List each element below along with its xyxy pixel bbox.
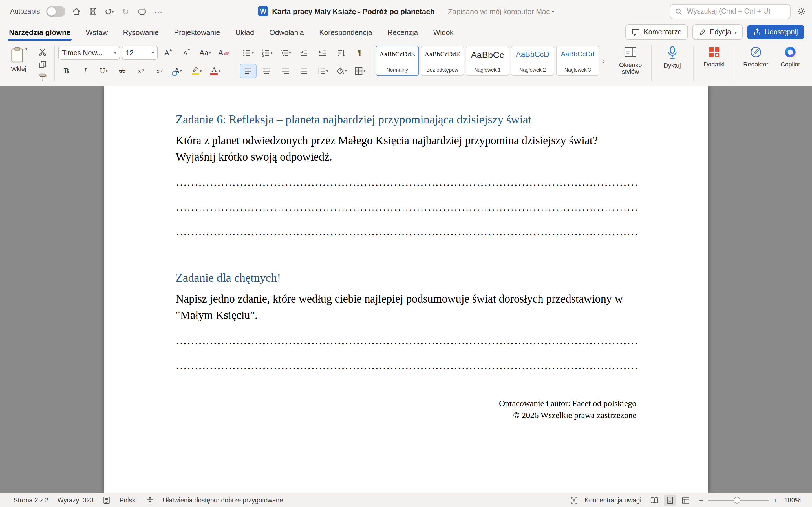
format-painter-icon[interactable] [34, 71, 51, 82]
tab-narzedzia-glowne[interactable]: Narzędzia główne [8, 23, 71, 41]
settings-icon[interactable] [796, 5, 806, 17]
style-normalny[interactable]: AaBbCcDdE Normalny [375, 46, 419, 76]
word-count[interactable]: Wyrazy: 323 [57, 497, 94, 504]
view-switcher [648, 495, 692, 506]
underline-button[interactable]: U ▾ [95, 63, 112, 78]
tab-recenzja[interactable]: Recenzja [386, 23, 419, 41]
superscript-button[interactable]: x2 [151, 63, 168, 78]
search-input[interactable] [686, 7, 785, 16]
save-location-menu[interactable]: — Zapisano w: mój komputer Mac ▾ [439, 7, 554, 15]
editor-button[interactable]: Redaktor [739, 43, 773, 68]
autosave-toggle[interactable] [46, 6, 65, 17]
more-commands-icon[interactable]: ⋯ [153, 5, 163, 17]
style-naglowek-2[interactable]: AaBbCcD Nagłówek 2 [511, 46, 554, 76]
style-naglowek-3[interactable]: AaBbCcDd Nagłówek 3 [556, 46, 599, 76]
sort-button[interactable] [333, 45, 350, 60]
page[interactable]: Zadanie 6: Refleksja – planeta najbardzi… [104, 86, 708, 493]
redo-icon[interactable]: ↻ [120, 5, 131, 17]
answer-line[interactable]: …………………………………………………………………………………………………………… [175, 194, 637, 219]
cut-icon[interactable] [34, 47, 51, 57]
accessibility-status[interactable]: Ułatwienia dostępu: dobrze przygotowane [163, 497, 283, 504]
tab-uklad[interactable]: Układ [234, 23, 255, 41]
answer-line[interactable]: …………………………………………………………………………………………………………… [175, 170, 637, 194]
comments-button[interactable]: Komentarze [626, 24, 688, 40]
grow-font-button[interactable]: A▴ [160, 45, 176, 60]
change-case-button[interactable]: Aa ▾ [197, 45, 214, 60]
zoom-slider[interactable] [708, 499, 769, 501]
increase-indent-button[interactable] [314, 45, 331, 60]
tab-projektowanie[interactable]: Projektowanie [173, 23, 221, 41]
copilot-button[interactable]: Copilot [773, 43, 808, 68]
share-button[interactable]: Udostępnij [747, 25, 804, 40]
style-sample: AaBbCc [471, 50, 504, 60]
zoom-in-button[interactable]: + [773, 496, 777, 504]
zoom-out-button[interactable]: − [699, 496, 703, 504]
web-layout-icon[interactable] [680, 495, 692, 506]
bold-button[interactable]: B [58, 63, 75, 78]
style-name: Nagłówek 1 [474, 67, 501, 73]
answer-line[interactable]: …………………………………………………………………………………………………………… [175, 328, 637, 353]
style-bez-odstepow[interactable]: AaBbCcDdE Bez odstępów [421, 46, 464, 76]
zoom-slider-thumb[interactable] [733, 497, 741, 503]
answer-line[interactable]: …………………………………………………………………………………………………………… [175, 353, 637, 378]
italic-button[interactable]: I [77, 63, 94, 78]
styles-pane-icon [624, 46, 637, 59]
print-icon[interactable] [137, 5, 147, 17]
highlight-color-button[interactable]: ▾ [188, 63, 205, 78]
titlebar: Autozapis ↺▾ ↻ ⋯ W Karta pracy Mały Ksią… [0, 0, 812, 22]
search-icon [675, 8, 682, 15]
clear-formatting-button[interactable]: A [215, 45, 232, 60]
shading-button[interactable]: ▾ [333, 63, 350, 78]
styles-pane-button[interactable]: Okienko stylów [613, 43, 648, 75]
home-icon[interactable] [71, 5, 82, 17]
tab-widok[interactable]: Widok [432, 23, 455, 41]
language-indicator[interactable]: Polski [119, 497, 137, 504]
subscript-button[interactable]: x2 [133, 63, 149, 78]
show-formatting-marks-button[interactable]: ¶ [351, 45, 368, 60]
align-left-button[interactable] [240, 63, 257, 78]
editing-mode-button[interactable]: Edycja ▾ [693, 24, 743, 40]
font-name-select[interactable]: Times New... ▾ [58, 46, 120, 60]
read-mode-icon[interactable] [648, 495, 661, 506]
tab-odwolania[interactable]: Odwołania [268, 23, 305, 41]
heading-zadanie-6[interactable]: Zadanie 6: Refleksja – planeta najbardzi… [175, 111, 637, 128]
print-layout-icon[interactable] [664, 495, 676, 506]
tab-korespondencja[interactable]: Korespondencja [318, 23, 373, 41]
numbered-list-button[interactable]: ▾ [258, 45, 275, 60]
page-indicator[interactable]: Strona 2 z 2 [13, 497, 49, 504]
dictate-button[interactable]: Dyktuj [655, 43, 689, 69]
shrink-font-button[interactable]: A▾ [178, 45, 195, 60]
decrease-indent-button[interactable] [296, 45, 312, 60]
search-field[interactable] [670, 4, 791, 19]
align-right-button[interactable] [277, 63, 294, 78]
font-size-select[interactable]: 12 ▾ [122, 46, 158, 60]
addins-button[interactable]: Dodatki [697, 43, 731, 68]
tab-wstaw[interactable]: Wstaw [85, 23, 109, 41]
credits-block[interactable]: Opracowanie i autor: Facet od polskiego … [175, 398, 637, 421]
borders-button[interactable]: ▾ [351, 63, 368, 78]
styles-gallery-more-icon[interactable]: › [601, 56, 606, 65]
tab-rysowanie[interactable]: Rysowanie [122, 23, 160, 41]
text-effects-button[interactable]: A ▾ [170, 63, 187, 78]
save-icon[interactable] [88, 5, 98, 17]
bullet-list-button[interactable]: ▾ [240, 45, 257, 60]
paste-button[interactable]: ▾ Wklej [4, 45, 33, 72]
font-color-button[interactable]: A ▾ [207, 63, 224, 78]
paragraph-zadanie-6[interactable]: Która z planet odwiedzonych przez Małego… [175, 132, 637, 165]
proofing-status-icon[interactable] [103, 496, 110, 504]
line-spacing-button[interactable]: ▾ [314, 63, 331, 78]
justify-button[interactable] [296, 63, 312, 78]
focus-mode-toggle[interactable]: Koncentracja uwagi [585, 497, 642, 504]
answer-line[interactable]: …………………………………………………………………………………………………………… [175, 219, 637, 244]
align-center-button[interactable] [258, 63, 275, 78]
heading-zadanie-dla-chetnych[interactable]: Zadanie dla chętnych! [175, 269, 637, 286]
multilevel-list-button[interactable]: ▾ [277, 45, 294, 60]
accessibility-icon [146, 496, 154, 504]
paragraph-zadanie-dla-chetnych[interactable]: Napisz jedno zdanie, które według ciebie… [175, 291, 637, 323]
style-naglowek-1[interactable]: AaBbCc Nagłówek 1 [466, 46, 509, 76]
strikethrough-button[interactable]: ab [114, 63, 131, 78]
word-app-window: Autozapis ↺▾ ↻ ⋯ W Karta pracy Mały Ksią… [0, 0, 812, 507]
undo-button[interactable]: ↺▾ [104, 5, 114, 17]
zoom-level[interactable]: 180% [784, 497, 801, 504]
copy-icon[interactable] [34, 59, 51, 69]
